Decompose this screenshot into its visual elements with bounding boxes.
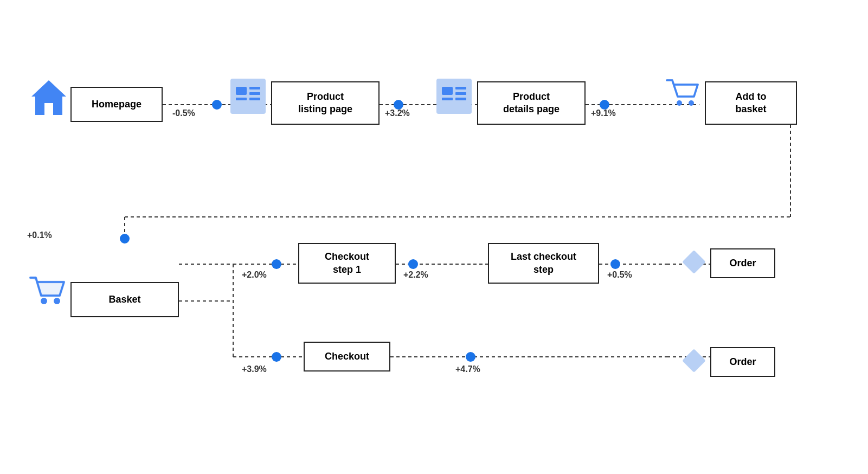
connector-lines <box>0 0 868 474</box>
dot-hp-plp <box>212 100 222 110</box>
svg-rect-21 <box>249 87 260 89</box>
dot-basket-cs1 <box>272 259 281 269</box>
svg-point-32 <box>41 298 47 304</box>
svg-marker-17 <box>31 80 66 115</box>
svg-rect-19 <box>236 87 247 95</box>
label-lcs-order1: +0.5% <box>607 270 632 280</box>
svg-rect-23 <box>249 98 260 100</box>
homepage-icon <box>27 76 70 121</box>
product-details-node: Product details page <box>477 81 586 125</box>
label-hp-plp: -0.5% <box>172 108 195 118</box>
basket-icon <box>26 266 67 309</box>
svg-rect-24 <box>436 79 472 114</box>
label-checkout-order2: +4.7% <box>455 364 480 374</box>
order2-node: Order <box>710 347 775 377</box>
svg-rect-29 <box>455 98 466 100</box>
svg-rect-22 <box>249 92 260 95</box>
product-listing-icon <box>228 76 268 119</box>
label-basket-checkout: +3.9% <box>242 364 267 374</box>
homepage-node: Homepage <box>70 87 163 122</box>
basket-node: Basket <box>70 282 179 317</box>
svg-point-33 <box>54 298 60 304</box>
checkout-step1-node: Checkout step 1 <box>298 243 396 284</box>
svg-rect-27 <box>455 87 466 89</box>
dot-cs1-lcs <box>408 259 418 269</box>
dot-basket-up <box>120 234 130 244</box>
order1-node: Order <box>710 248 775 278</box>
add-to-basket-icon <box>664 75 699 112</box>
svg-rect-26 <box>442 98 453 100</box>
label-cs1-lcs: +2.2% <box>403 270 428 280</box>
last-checkout-node: Last checkout step <box>488 243 599 284</box>
svg-rect-18 <box>230 79 266 114</box>
product-listing-node: Product listing page <box>271 81 380 125</box>
svg-rect-34 <box>683 251 705 273</box>
label-basket-cs1: +2.0% <box>242 270 267 280</box>
product-details-icon <box>434 76 474 119</box>
label-plp-pdp: +3.2% <box>385 108 410 118</box>
add-to-basket-node: Add to basket <box>705 81 797 125</box>
svg-rect-20 <box>236 98 247 100</box>
checkout-node: Checkout <box>304 342 390 371</box>
svg-rect-35 <box>683 349 705 372</box>
dot-pdp-atb <box>600 100 609 110</box>
order1-diamond-icon <box>678 246 710 280</box>
label-pdp-atb: +9.1% <box>591 108 616 118</box>
diagram-container: Homepage Product listing page Product de… <box>0 0 868 474</box>
dot-basket-checkout <box>272 352 281 362</box>
svg-rect-28 <box>455 92 466 95</box>
svg-point-31 <box>689 100 694 106</box>
dot-lcs-order1 <box>610 259 620 269</box>
order2-diamond-icon <box>678 344 710 379</box>
svg-rect-25 <box>442 87 453 95</box>
dot-checkout-order2 <box>466 352 475 362</box>
svg-point-30 <box>677 100 682 106</box>
label-basket-up: +0.1% <box>27 230 52 240</box>
dot-plp-pdp <box>394 100 403 110</box>
